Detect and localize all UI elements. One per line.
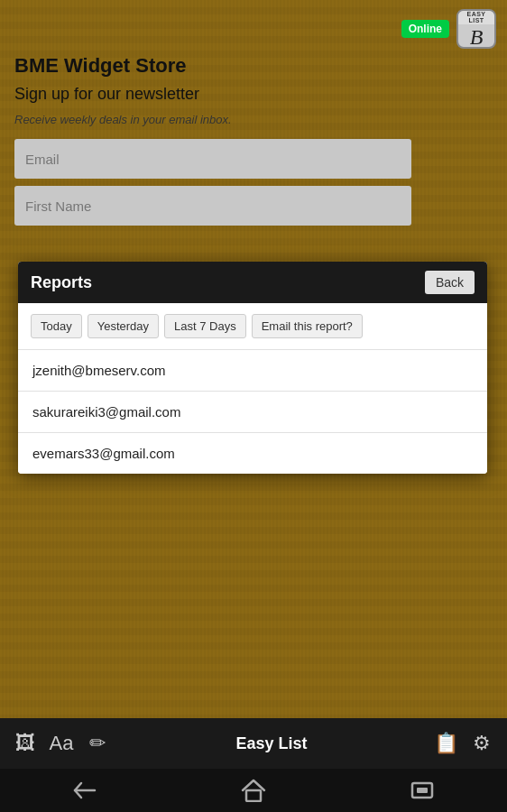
reports-modal: Reports Back Today Yesterday Last 7 Days… [18, 262, 487, 474]
calendar-icon[interactable]: 📋 [428, 725, 464, 761]
email-input[interactable] [14, 139, 411, 179]
app-icon-label: EASY LIST [458, 10, 494, 24]
list-item[interactable]: jzenith@bmeserv.com [18, 350, 487, 392]
back-nav-icon[interactable] [72, 780, 97, 800]
app-icon-letter: B [470, 26, 484, 48]
filter-yesterday[interactable]: Yesterday [88, 314, 159, 338]
svg-rect-0 [246, 790, 261, 801]
filter-today[interactable]: Today [31, 314, 82, 338]
list-item[interactable]: sakurareiki3@gmail.com [18, 392, 487, 433]
email-list: jzenith@bmeserv.com sakurareiki3@gmail.c… [18, 350, 487, 474]
gear-icon[interactable]: ⚙ [464, 725, 500, 761]
svg-rect-2 [417, 788, 428, 793]
back-button[interactable]: Back [425, 271, 475, 294]
recent-nav-icon[interactable] [410, 780, 435, 800]
list-item[interactable]: evemars33@gmail.com [18, 433, 487, 474]
image-icon[interactable]: 🖼 [7, 725, 43, 761]
home-nav-icon[interactable] [241, 779, 266, 802]
online-badge: Online [401, 20, 449, 38]
status-area: Online EASY LIST B [401, 9, 496, 49]
modal-toolbar: Today Yesterday Last 7 Days Email this r… [18, 303, 487, 350]
modal-header: Reports Back [18, 262, 487, 303]
main-content: BME Widget Store Sign up for our newslet… [14, 54, 493, 233]
nav-bar [0, 769, 507, 812]
newsletter-description: Receive weekly deals in your email inbox… [14, 113, 493, 126]
filter-last7days[interactable]: Last 7 Days [164, 314, 246, 338]
modal-title: Reports [31, 273, 92, 292]
firstname-input[interactable] [14, 186, 411, 226]
app-icon: EASY LIST B [456, 9, 496, 49]
text-icon[interactable]: Aa [43, 725, 79, 761]
newsletter-title: Sign up for our newsletter [14, 85, 493, 104]
pen-icon[interactable]: ✏ [79, 725, 115, 761]
toolbar-title: Easy List [115, 734, 428, 753]
filter-email-report[interactable]: Email this report? [252, 314, 363, 338]
store-title: BME Widget Store [14, 54, 493, 78]
bottom-toolbar: 🖼 Aa ✏ Easy List 📋 ⚙ [0, 718, 507, 769]
